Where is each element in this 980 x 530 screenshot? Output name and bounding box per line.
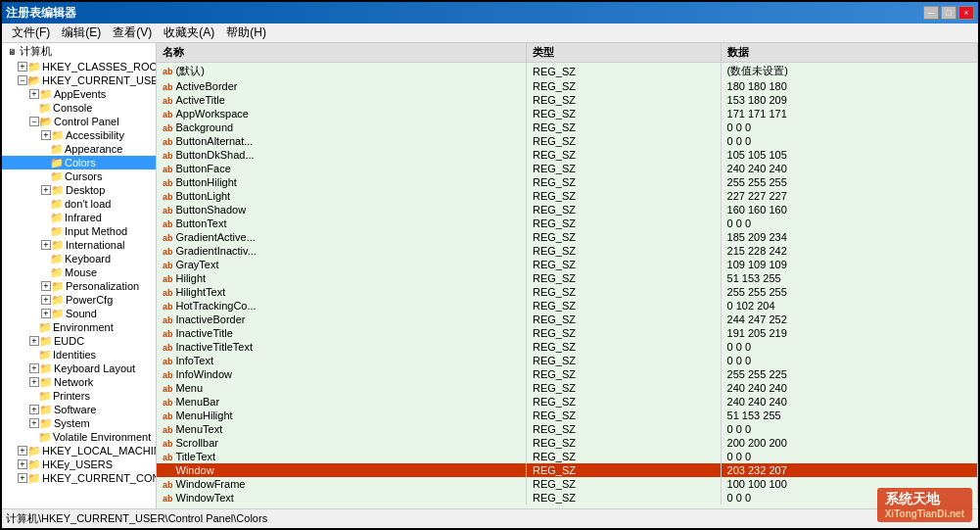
folder-icon-printers: 📁 — [39, 390, 51, 402]
tree-item-console[interactable]: 📁 Console — [2, 101, 156, 115]
table-row[interactable]: abButtonHilightREG_SZ255 255 255 — [157, 175, 978, 189]
table-row[interactable]: abHilightTextREG_SZ255 255 255 — [157, 285, 978, 299]
table-row[interactable]: abHilightREG_SZ51 153 255 — [157, 271, 978, 285]
table-row[interactable]: abButtonShadowREG_SZ160 160 160 — [157, 203, 978, 217]
menu-favorites[interactable]: 收藏夹(A) — [158, 23, 220, 43]
tree-item-hkcr[interactable]: + 📁 HKEY_CLASSES_ROOT — [2, 60, 156, 73]
table-row[interactable]: abButtonAlternat...REG_SZ0 0 0 — [157, 134, 978, 148]
menu-edit[interactable]: 编辑(E) — [56, 23, 107, 43]
table-row[interactable]: abWindowREG_SZ203 232 207 — [157, 463, 978, 477]
folder-icon-hkcu: 📂 — [28, 74, 40, 86]
expand-desktop[interactable]: + — [41, 185, 51, 195]
table-row[interactable]: abHotTrackingCo...REG_SZ0 102 204 — [157, 299, 978, 313]
expand-hklm[interactable]: + — [18, 446, 27, 456]
cell-name: abGrayText — [157, 258, 526, 271]
table-row[interactable]: abActiveTitleREG_SZ153 180 209 — [157, 93, 978, 107]
cell-type: REG_SZ — [526, 120, 721, 134]
table-row[interactable]: abInactiveTitleREG_SZ191 205 219 — [157, 326, 978, 340]
table-row[interactable]: abInactiveTitleTextREG_SZ0 0 0 — [157, 340, 978, 354]
expand-appevents[interactable]: + — [29, 89, 39, 99]
table-row[interactable]: abWindowTextREG_SZ0 0 0 — [157, 491, 978, 505]
tree-item-personalization[interactable]: + 📁 Personalization — [2, 279, 156, 293]
tree-item-powercfg[interactable]: + 📁 PowerCfg — [2, 293, 156, 307]
table-row[interactable]: abGradientInactiv...REG_SZ215 228 242 — [157, 244, 978, 258]
tree-item-computer[interactable]: 🖥 计算机 — [2, 43, 156, 60]
tree-item-desktop[interactable]: + 📁 Desktop — [2, 183, 156, 197]
expand-system[interactable]: + — [29, 418, 39, 428]
table-row[interactable]: abInfoTextREG_SZ0 0 0 — [157, 354, 978, 367]
menu-help[interactable]: 帮助(H) — [220, 23, 272, 43]
table-row[interactable]: abWindowFrameREG_SZ100 100 100 — [157, 477, 978, 491]
table-row[interactable]: abMenuBarREG_SZ240 240 240 — [157, 395, 978, 409]
tree-item-hku[interactable]: + 📁 HKEy_USERS — [2, 458, 156, 471]
tree-item-environment[interactable]: 📁 Environment — [2, 320, 156, 334]
tree-item-system[interactable]: + 📁 System — [2, 416, 156, 430]
table-row[interactable]: abActiveBorderREG_SZ180 180 180 — [157, 79, 978, 93]
expand-eudc[interactable]: + — [29, 336, 39, 346]
table-row[interactable]: abMenuREG_SZ240 240 240 — [157, 381, 978, 395]
table-row[interactable]: abGrayTextREG_SZ109 109 109 — [157, 258, 978, 271]
table-row[interactable]: abBackgroundREG_SZ0 0 0 — [157, 120, 978, 134]
expand-international[interactable]: + — [41, 240, 51, 250]
tree-item-eudc[interactable]: + 📁 EUDC — [2, 334, 156, 348]
expand-controlpanel[interactable]: − — [29, 117, 39, 126]
tree-item-accessibility[interactable]: + 📁 Accessibility — [2, 128, 156, 142]
expand-personalization[interactable]: + — [41, 281, 51, 291]
tree-item-network[interactable]: + 📁 Network — [2, 375, 156, 389]
table-row[interactable]: abAppWorkspaceREG_SZ171 171 171 — [157, 107, 978, 120]
expand-software[interactable]: + — [29, 405, 39, 414]
tree-item-keyboardlayout[interactable]: + 📁 Keyboard Layout — [2, 361, 156, 375]
reg-ab-icon: ab — [163, 411, 173, 421]
tree-item-printers[interactable]: 📁 Printers — [2, 389, 156, 403]
folder-icon-network: 📁 — [40, 376, 52, 388]
tree-item-hklm[interactable]: + 📁 HKEY_LOCAL_MACHINE — [2, 444, 156, 458]
tree-item-appevents[interactable]: + 📁 AppEvents — [2, 87, 156, 101]
tree-item-identities[interactable]: 📁 Identities — [2, 348, 156, 361]
tree-item-inputmethod[interactable]: 📁 Input Method — [2, 224, 156, 238]
menu-view[interactable]: 查看(V) — [107, 23, 158, 43]
table-row[interactable]: ab(默认)REG_SZ(数值未设置) — [157, 63, 978, 80]
tree-item-dontload[interactable]: 📁 don't load — [2, 197, 156, 211]
table-row[interactable]: abInfoWindowREG_SZ255 255 225 — [157, 367, 978, 381]
expand-network[interactable]: + — [29, 377, 39, 387]
reg-ab-icon: ab — [163, 398, 173, 408]
tree-item-sound[interactable]: + 📁 Sound — [2, 307, 156, 320]
table-row[interactable]: abTitleTextREG_SZ0 0 0 — [157, 450, 978, 463]
table-row[interactable]: abInactiveBorderREG_SZ244 247 252 — [157, 313, 978, 326]
expand-sound[interactable]: + — [41, 309, 51, 318]
table-row[interactable]: abGradientActive...REG_SZ185 209 234 — [157, 230, 978, 244]
expand-accessibility[interactable]: + — [41, 130, 51, 140]
tree-item-hkcu[interactable]: − 📂 HKEY_CURRENT_USER — [2, 73, 156, 87]
tree-panel[interactable]: 🖥 计算机 + 📁 HKEY_CLASSES_ROOT − 📂 HKEY_CUR… — [2, 43, 157, 508]
tree-item-keyboard[interactable]: 📁 Keyboard — [2, 252, 156, 265]
tree-item-software[interactable]: + 📁 Software — [2, 403, 156, 416]
tree-item-colors[interactable]: 📁 Colors — [2, 156, 156, 169]
table-row[interactable]: abButtonLightREG_SZ227 227 227 — [157, 189, 978, 203]
table-row[interactable]: abButtonDkShad...REG_SZ105 105 105 — [157, 148, 978, 162]
expand-hku[interactable]: + — [18, 459, 27, 469]
cell-type: REG_SZ — [526, 367, 721, 381]
table-row[interactable]: abMenuHilightREG_SZ51 153 255 — [157, 409, 978, 422]
expand-hkcc[interactable]: + — [18, 473, 27, 483]
expand-powercfg[interactable]: + — [41, 295, 51, 305]
tree-item-controlpanel[interactable]: − 📂 Control Panel — [2, 115, 156, 128]
menu-file[interactable]: 文件(F) — [6, 23, 56, 43]
tree-item-appearance[interactable]: 📁 Appearance — [2, 142, 156, 156]
expand-hkcr[interactable]: + — [18, 62, 27, 72]
close-button[interactable]: × — [958, 6, 974, 20]
tree-item-volatileenv[interactable]: 📁 Volatile Environment — [2, 430, 156, 444]
expand-hkcu[interactable]: − — [18, 75, 27, 85]
maximize-button[interactable]: □ — [941, 6, 957, 20]
tree-item-cursors[interactable]: 📁 Cursors — [2, 169, 156, 183]
table-row[interactable]: abButtonTextREG_SZ0 0 0 — [157, 217, 978, 230]
minimize-button[interactable]: ─ — [923, 6, 939, 20]
tree-item-international[interactable]: + 📁 International — [2, 238, 156, 252]
cell-name: abActiveTitle — [157, 93, 526, 107]
tree-item-hkcc[interactable]: + 📁 HKEY_CURRENT_CONFIG — [2, 471, 156, 485]
tree-item-mouse[interactable]: 📁 Mouse — [2, 265, 156, 279]
expand-keyboardlayout[interactable]: + — [29, 363, 39, 373]
table-row[interactable]: abMenuTextREG_SZ0 0 0 — [157, 422, 978, 436]
tree-item-infrared[interactable]: 📁 Infrared — [2, 211, 156, 224]
table-row[interactable]: abButtonFaceREG_SZ240 240 240 — [157, 162, 978, 175]
table-row[interactable]: abScrollbarREG_SZ200 200 200 — [157, 436, 978, 450]
